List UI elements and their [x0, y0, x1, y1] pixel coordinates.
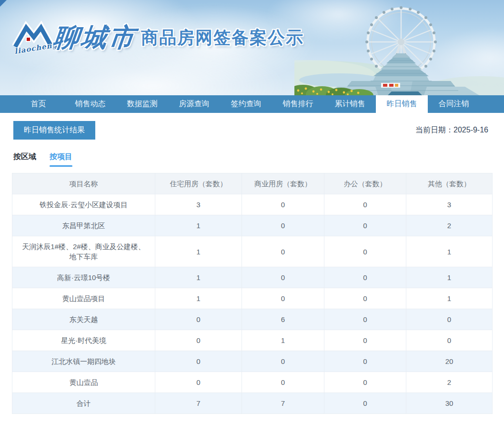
value-cell: 0: [406, 330, 493, 351]
table-row: 江北水镇一期四地块00020: [12, 351, 493, 372]
value-cell: 0: [324, 309, 406, 330]
nav-item-label: 累计销售: [335, 99, 365, 109]
value-cell: 0: [324, 330, 406, 351]
project-name-cell: 高新·云璟10号楼: [12, 267, 155, 288]
value-cell: 1: [155, 215, 242, 236]
column-header: 商业用房（套数）: [242, 173, 324, 194]
table-row: 铁投金辰·云玺小区建设项目3003: [12, 194, 493, 215]
city-name: 聊城市: [51, 20, 138, 55]
value-cell: 1: [155, 267, 242, 288]
table-total-row: 合计77030: [12, 393, 493, 414]
value-cell: 0: [155, 372, 242, 393]
table-row: 天润沐辰1#楼、2#楼、商业及公建楼、地下车库1001: [12, 236, 493, 267]
value-cell: 3: [406, 194, 493, 215]
nav-item-4[interactable]: 签约查询: [220, 95, 272, 113]
table-row: 星光·时代美境0100: [12, 330, 493, 351]
project-name-cell: 东关天越: [12, 309, 155, 330]
value-cell: 7: [242, 393, 324, 414]
column-header: 其他（套数）: [406, 173, 493, 194]
project-name-cell: 合计: [12, 393, 155, 414]
value-cell: 0: [324, 288, 406, 309]
value-cell: 1: [406, 288, 493, 309]
yesterday-sales-result-button[interactable]: 昨日销售统计结果: [13, 121, 95, 140]
value-cell: 30: [406, 393, 493, 414]
nav-item-label: 签约查询: [231, 99, 262, 109]
value-cell: 1: [155, 288, 242, 309]
table-row: 东关天越0600: [12, 309, 493, 330]
table-body: 铁投金辰·云玺小区建设项目3003东昌甲第北区1002天润沐辰1#楼、2#楼、商…: [12, 194, 493, 414]
nav-item-label: 数据监测: [127, 99, 158, 109]
site-banner: liaocheng 聊城市 商品房网签备案公示: [0, 0, 504, 95]
nav-item-label: 合同注销: [439, 99, 469, 109]
value-cell: 20: [406, 351, 493, 372]
value-cell: 0: [324, 267, 406, 288]
corner-accent: [0, 0, 7, 7]
column-header: 住宅用房（套数）: [155, 173, 242, 194]
view-tabs: 按区域 按项目: [13, 152, 492, 167]
nav-item-2[interactable]: 数据监测: [116, 95, 168, 113]
main-content: 昨日销售统计结果 当前日期：2025-9-16 按区域 按项目 项目名称住宅用房…: [0, 113, 504, 414]
value-cell: 0: [242, 351, 324, 372]
value-cell: 1: [242, 330, 324, 351]
table-row: 高新·云璟10号楼1001: [12, 267, 493, 288]
value-cell: 0: [324, 194, 406, 215]
toolbar: 昨日销售统计结果 当前日期：2025-9-16: [12, 121, 492, 140]
current-date-label: 当前日期：: [415, 126, 454, 134]
project-name-cell: 东昌甲第北区: [12, 215, 155, 236]
value-cell: 0: [324, 351, 406, 372]
liaocheng-logo: liaocheng: [12, 19, 53, 56]
nav-item-8[interactable]: 合同注销: [428, 95, 480, 113]
nav-item-6[interactable]: 累计销售: [324, 95, 376, 113]
value-cell: 0: [324, 215, 406, 236]
nav-item-label: 房源查询: [179, 99, 210, 109]
table-header-row: 项目名称住宅用房（套数）商业用房（套数）办公（套数）其他（套数）: [12, 173, 493, 194]
nav-item-label: 首页: [31, 99, 46, 109]
value-cell: 0: [242, 194, 324, 215]
nav-item-1[interactable]: 销售动态: [64, 95, 116, 113]
value-cell: 0: [242, 372, 324, 393]
nav-item-label: 销售排行: [283, 99, 313, 109]
column-header: 项目名称: [12, 173, 155, 194]
value-cell: 1: [406, 267, 493, 288]
table-row: 东昌甲第北区1002: [12, 215, 493, 236]
value-cell: 0: [155, 351, 242, 372]
table-row: 黄山壹品项目1001: [12, 288, 493, 309]
value-cell: 0: [242, 288, 324, 309]
value-cell: 6: [242, 309, 324, 330]
value-cell: 0: [242, 215, 324, 236]
nav-item-label: 昨日销售: [387, 99, 417, 109]
tab-by-region[interactable]: 按区域: [13, 152, 36, 167]
table-row: 黄山壹品0002: [12, 372, 493, 393]
value-cell: 1: [406, 236, 493, 267]
value-cell: 0: [155, 330, 242, 351]
nav-item-5[interactable]: 销售排行: [272, 95, 324, 113]
project-name-cell: 黄山壹品: [12, 372, 155, 393]
nav-item-0[interactable]: 首页: [12, 95, 64, 113]
project-name-cell: 天润沐辰1#楼、2#楼、商业及公建楼、地下车库: [12, 236, 155, 267]
value-cell: 0: [242, 236, 324, 267]
value-cell: 2: [406, 372, 493, 393]
sales-table: 项目名称住宅用房（套数）商业用房（套数）办公（套数）其他（套数） 铁投金辰·云玺…: [12, 173, 493, 414]
value-cell: 0: [406, 309, 493, 330]
value-cell: 0: [324, 372, 406, 393]
site-brand: liaocheng 聊城市 商品房网签备案公示: [12, 19, 304, 56]
column-header: 办公（套数）: [324, 173, 406, 194]
cityscape-illustration: [294, 0, 504, 95]
current-date: 当前日期：2025-9-16: [415, 125, 488, 135]
value-cell: 3: [155, 194, 242, 215]
main-nav: 首页销售动态数据监测房源查询签约查询销售排行累计销售昨日销售合同注销: [0, 95, 504, 113]
value-cell: 0: [242, 267, 324, 288]
value-cell: 7: [155, 393, 242, 414]
project-name-cell: 黄山壹品项目: [12, 288, 155, 309]
page-title: 商品房网签备案公示: [141, 26, 304, 50]
tab-by-project[interactable]: 按项目: [50, 152, 72, 167]
current-date-value: 2025-9-16: [454, 126, 488, 134]
nav-item-3[interactable]: 房源查询: [168, 95, 220, 113]
project-name-cell: 江北水镇一期四地块: [12, 351, 155, 372]
project-name-cell: 星光·时代美境: [12, 330, 155, 351]
nav-item-label: 销售动态: [75, 99, 106, 109]
nav-item-7[interactable]: 昨日销售: [376, 95, 428, 113]
project-name-cell: 铁投金辰·云玺小区建设项目: [12, 194, 155, 215]
value-cell: 0: [324, 393, 406, 414]
value-cell: 0: [324, 236, 406, 267]
